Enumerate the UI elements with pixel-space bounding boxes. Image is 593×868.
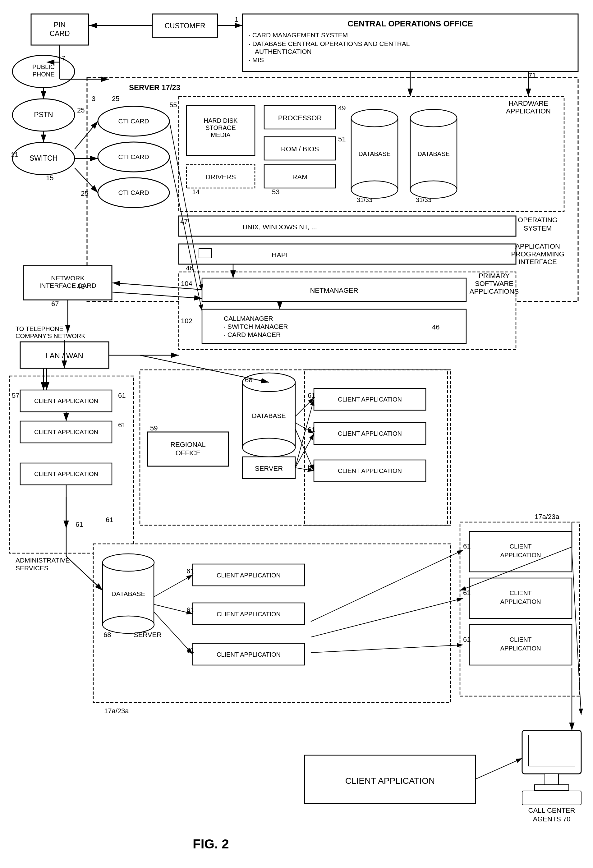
svg-text:APPLICATION: APPLICATION — [500, 645, 541, 652]
svg-text:CUSTOMER: CUSTOMER — [164, 22, 205, 30]
svg-rect-206 — [522, 791, 581, 805]
svg-text:CLIENT: CLIENT — [509, 589, 531, 596]
svg-text:RAM: RAM — [292, 173, 308, 181]
svg-text:OPERATING: OPERATING — [518, 216, 558, 224]
svg-text:61: 61 — [463, 636, 471, 643]
svg-point-68 — [351, 181, 398, 198]
svg-text:· CARD MANAGEMENT SYSTEM: · CARD MANAGEMENT SYSTEM — [249, 31, 348, 38]
svg-text:3: 3 — [92, 95, 96, 103]
svg-text:CTI CARD: CTI CARD — [118, 118, 149, 125]
svg-text:APPLICATION: APPLICATION — [515, 242, 560, 250]
svg-text:CALL CENTER: CALL CENTER — [528, 806, 575, 814]
svg-text:APPLICATIONS: APPLICATIONS — [470, 288, 519, 295]
svg-rect-205 — [535, 785, 569, 790]
svg-text:UNIX, WINDOWS NT, ...: UNIX, WINDOWS NT, ... — [242, 223, 317, 231]
svg-text:CLIENT APPLICATION: CLIENT APPLICATION — [217, 572, 281, 579]
svg-text:71: 71 — [528, 71, 536, 79]
svg-text:CLIENT APPLICATION: CLIENT APPLICATION — [217, 611, 281, 617]
svg-text:APPLICATION: APPLICATION — [506, 107, 551, 115]
svg-text:PIN: PIN — [54, 21, 66, 29]
svg-text:46: 46 — [432, 323, 440, 331]
svg-line-210 — [475, 758, 522, 779]
svg-text:MEDIA: MEDIA — [211, 131, 231, 138]
svg-text:PRIMARY: PRIMARY — [479, 272, 510, 280]
diagram-svg: CENTRAL OPERATIONS OFFICE · CARD MANAGEM… — [0, 0, 593, 868]
svg-text:11: 11 — [11, 151, 18, 158]
svg-rect-89 — [199, 249, 211, 258]
svg-text:SYSTEM: SYSTEM — [524, 224, 552, 232]
svg-text:NETMANAGER: NETMANAGER — [310, 286, 358, 294]
svg-point-165 — [103, 554, 154, 571]
svg-text:61: 61 — [118, 421, 125, 429]
svg-text:APPLICATION: APPLICATION — [500, 552, 541, 558]
svg-text:7: 7 — [62, 55, 65, 62]
svg-text:61: 61 — [186, 567, 194, 575]
svg-text:SERVER: SERVER — [255, 465, 283, 472]
svg-text:· MIS: · MIS — [249, 56, 264, 63]
svg-point-67 — [351, 109, 398, 127]
svg-text:CTI CARD: CTI CARD — [118, 153, 149, 160]
svg-text:CENTRAL OPERATIONS OFFICE: CENTRAL OPERATIONS OFFICE — [347, 19, 473, 28]
svg-text:49: 49 — [338, 104, 346, 112]
svg-text:55: 55 — [170, 101, 177, 109]
svg-text:25: 25 — [112, 95, 119, 103]
svg-text:DATABASE: DATABASE — [112, 590, 146, 597]
svg-text:CLIENT: CLIENT — [509, 543, 531, 550]
svg-text:68: 68 — [103, 631, 111, 639]
svg-text:PUBLIC: PUBLIC — [32, 63, 55, 70]
svg-text:CALLMANAGER: CALLMANAGER — [224, 315, 273, 322]
svg-text:CLIENT APPLICATION: CLIENT APPLICATION — [338, 467, 402, 474]
svg-text:CTI CARD: CTI CARD — [118, 189, 149, 196]
svg-text:59: 59 — [150, 424, 158, 432]
svg-text:1: 1 — [235, 16, 238, 23]
svg-text:STORAGE: STORAGE — [205, 124, 236, 131]
diagram-container: CENTRAL OPERATIONS OFFICE · CARD MANAGEM… — [0, 0, 593, 868]
svg-text:47: 47 — [180, 217, 188, 225]
svg-text:61: 61 — [118, 391, 125, 399]
svg-text:APPLICATION: APPLICATION — [500, 598, 541, 605]
svg-text:CLIENT APPLICATION: CLIENT APPLICATION — [34, 471, 98, 477]
svg-text:DATABASE: DATABASE — [417, 151, 450, 157]
svg-text:DATABASE: DATABASE — [252, 412, 286, 419]
svg-text:17a/23a: 17a/23a — [104, 707, 129, 715]
svg-text:REGIONAL: REGIONAL — [170, 441, 206, 449]
svg-text:61: 61 — [75, 521, 83, 528]
svg-text:61: 61 — [463, 542, 471, 550]
svg-text:25: 25 — [81, 190, 88, 197]
svg-text:14: 14 — [192, 188, 199, 196]
svg-text:· SWITCH MANAGER: · SWITCH MANAGER — [224, 323, 288, 330]
svg-text:PROCESSOR: PROCESSOR — [278, 114, 322, 122]
svg-text:SERVER 17/23: SERVER 17/23 — [129, 83, 180, 92]
svg-point-144 — [242, 438, 295, 457]
svg-text:HARD DISK: HARD DISK — [204, 117, 238, 124]
svg-text:INTERFACE: INTERFACE — [518, 258, 557, 266]
svg-text:· CARD MANAGER: · CARD MANAGER — [224, 331, 281, 338]
svg-text:67: 67 — [51, 300, 59, 308]
svg-text:OFFICE: OFFICE — [176, 449, 201, 457]
svg-text:AUTHENTICATION: AUTHENTICATION — [255, 48, 312, 55]
svg-text:61: 61 — [308, 463, 315, 471]
svg-text:NETWORK: NETWORK — [51, 275, 84, 282]
svg-rect-203 — [528, 735, 575, 766]
svg-text:HAPI: HAPI — [271, 251, 288, 259]
svg-text:CLIENT APPLICATION: CLIENT APPLICATION — [34, 428, 98, 435]
svg-text:SERVER: SERVER — [134, 631, 162, 639]
svg-text:ADMINISTRATIVE: ADMINISTRATIVE — [16, 557, 70, 564]
svg-text:25: 25 — [77, 106, 84, 114]
svg-rect-84 — [179, 244, 516, 264]
svg-text:ROM / BIOS: ROM / BIOS — [281, 145, 319, 153]
svg-point-72 — [410, 109, 457, 127]
svg-text:PSTN: PSTN — [34, 111, 53, 119]
svg-text:61: 61 — [106, 516, 113, 524]
svg-text:· DATABASE CENTRAL OPERATIONS : · DATABASE CENTRAL OPERATIONS AND CENTRA… — [249, 40, 410, 47]
svg-text:INTERFACE CARD: INTERFACE CARD — [39, 282, 96, 289]
svg-rect-79 — [179, 216, 516, 236]
svg-text:51: 51 — [338, 135, 346, 143]
svg-text:COMPANY'S NETWORK: COMPANY'S NETWORK — [16, 332, 86, 340]
svg-text:31/33: 31/33 — [357, 196, 372, 203]
svg-text:SERVICES: SERVICES — [16, 564, 49, 571]
svg-text:PROGRAMMING: PROGRAMMING — [511, 250, 564, 258]
svg-text:61: 61 — [463, 589, 471, 597]
svg-text:46: 46 — [77, 283, 84, 291]
svg-text:FIG. 2: FIG. 2 — [193, 837, 229, 851]
